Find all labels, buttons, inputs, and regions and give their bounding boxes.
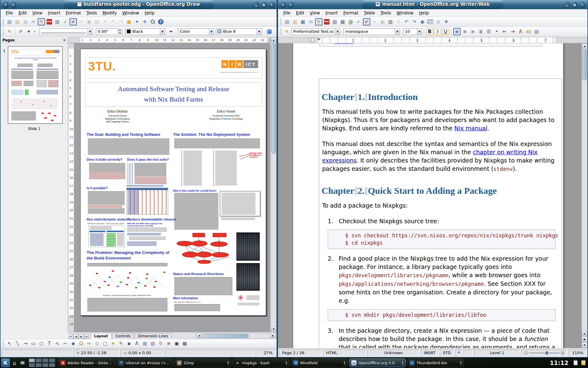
curve-icon[interactable]: ∿ bbox=[54, 340, 61, 347]
next-layer-icon[interactable]: ▶ bbox=[79, 334, 84, 339]
taskbar-button-gimp[interactable]: GGimp▴ 2 bbox=[175, 358, 231, 367]
styles-icon[interactable]: ✎ bbox=[283, 28, 291, 35]
align-right-icon[interactable]: ≡ bbox=[469, 28, 477, 35]
vertical-ruler[interactable]: 1234567891011121314151617181920212223242… bbox=[68, 43, 74, 332]
line-icon[interactable]: ╲ bbox=[14, 340, 21, 347]
chevron-down-icon[interactable]: ▼ bbox=[209, 29, 214, 35]
maximize-button[interactable]: ▲ bbox=[261, 1, 267, 8]
menu-edit[interactable]: Edit bbox=[16, 10, 29, 16]
close-button[interactable]: ✕ bbox=[268, 1, 275, 8]
taskbar-button-minefield[interactable]: ◔Minefield▴ 3 bbox=[291, 358, 348, 367]
chevron-down-icon[interactable]: ▼ bbox=[160, 29, 165, 35]
prev-page-icon[interactable]: ▲ bbox=[582, 331, 587, 336]
email-icon[interactable]: ✉ bbox=[307, 18, 315, 25]
nav-target-icon[interactable]: ● bbox=[582, 337, 587, 342]
draw-canvas[interactable]: 3TU. NIRICT Netherlands Institute for Re… bbox=[74, 43, 270, 332]
font-size-select[interactable]: 10 ▼ bbox=[403, 28, 422, 35]
menu-tools[interactable]: Tools bbox=[84, 10, 100, 16]
tray-icon[interactable] bbox=[580, 359, 587, 366]
chevron-down-icon[interactable]: ▼ bbox=[417, 29, 422, 35]
sticky-button[interactable]: + bbox=[10, 1, 17, 8]
chart-icon[interactable]: ■ bbox=[125, 18, 133, 25]
pager-desktop-1[interactable] bbox=[29, 358, 35, 362]
writer-vertical-scrollbar[interactable]: ▲ ▲ ● ▼ bbox=[582, 43, 587, 348]
help-icon[interactable]: ? bbox=[157, 18, 164, 25]
rectangle-icon[interactable]: ▭ bbox=[30, 340, 37, 347]
draw-vertical-scrollbar[interactable]: ▲ ▼ bbox=[271, 37, 277, 332]
edit-icon[interactable]: ✎ bbox=[315, 18, 322, 25]
pager-desktop-4[interactable] bbox=[49, 358, 55, 362]
paste-icon[interactable]: ▨ bbox=[93, 18, 101, 25]
line-width-field[interactable]: 0.00" ▲▼ bbox=[96, 28, 122, 35]
home-icon[interactable]: ⌂ bbox=[11, 359, 18, 366]
copy-icon[interactable]: ▣ bbox=[85, 18, 93, 25]
line-width-stepper[interactable]: ▲▼ bbox=[118, 28, 122, 35]
toolbar-grip[interactable] bbox=[280, 18, 281, 25]
prev-layer-icon[interactable]: ◀ bbox=[74, 334, 78, 339]
toolbar-grip[interactable] bbox=[2, 28, 4, 35]
edit-icon[interactable]: ✎ bbox=[38, 18, 45, 25]
menu-window[interactable]: Window bbox=[119, 10, 142, 16]
highlighting-icon[interactable]: ab bbox=[525, 28, 532, 35]
find-icon[interactable]: ✥ bbox=[443, 18, 450, 25]
menu-view[interactable]: View bbox=[30, 10, 45, 16]
scrollbar-thumb[interactable] bbox=[203, 334, 249, 338]
minimize-button[interactable]: ▁ bbox=[564, 1, 570, 8]
maximize-button[interactable]: ▲ bbox=[571, 1, 578, 8]
taskbar-button-terminal[interactable]: >nixpkgs : bash▴ 2 bbox=[233, 358, 289, 367]
mail-icon[interactable]: @ bbox=[347, 18, 354, 25]
shadow-icon[interactable] bbox=[266, 28, 273, 35]
taskbar-button-openoffice[interactable]: ≈OpenOffice.org 3.0▴ 2 bbox=[349, 358, 406, 367]
table-icon[interactable] bbox=[427, 18, 434, 25]
taskbar-button-irc[interactable]: ❝niksnut on #nixos (+nc): ht bbox=[116, 358, 173, 367]
bold-button[interactable]: B bbox=[426, 28, 433, 35]
zoom-percent[interactable]: 110% bbox=[568, 350, 586, 356]
open-icon[interactable]: ▥ bbox=[14, 18, 21, 25]
fill-type-value[interactable]: Color bbox=[178, 29, 209, 34]
selection-mode[interactable]: STD bbox=[440, 350, 454, 356]
email-icon[interactable]: ✉ bbox=[30, 18, 37, 25]
scrollbar-thumb[interactable] bbox=[271, 43, 276, 154]
writer-document-area[interactable]: svn co Chapter1.Introduction This manual… bbox=[278, 43, 587, 348]
close-button[interactable]: ✕ bbox=[579, 1, 586, 8]
arrow-icon[interactable]: → bbox=[22, 340, 29, 347]
writer-ruler[interactable]: L 1234567 bbox=[278, 37, 587, 43]
autospellcheck-icon[interactable]: ✔ bbox=[363, 18, 370, 25]
doc-link[interactable]: Nix manual bbox=[454, 125, 488, 132]
zoom-icon[interactable] bbox=[149, 18, 156, 25]
scrollbar-thumb[interactable] bbox=[582, 49, 587, 80]
indent-marker-icon[interactable] bbox=[317, 38, 321, 40]
format-paintbrush-icon[interactable]: ✐ bbox=[101, 18, 109, 25]
scroll-up-icon[interactable]: ▲ bbox=[271, 37, 276, 43]
last-layer-icon[interactable]: ⏭ bbox=[84, 334, 89, 339]
taskbar-button-adobe-reader[interactable]: AAdobe Reader - Sinter2009 bbox=[58, 358, 115, 367]
toolbar-grip[interactable] bbox=[2, 340, 4, 347]
ellipse-icon[interactable]: ○ bbox=[38, 340, 45, 347]
pager-desktop-8[interactable] bbox=[49, 363, 55, 367]
chevron-down-icon[interactable]: ▼ bbox=[257, 29, 262, 35]
undo-icon[interactable]: ↶ bbox=[403, 18, 410, 25]
save-icon[interactable]: ▦ bbox=[299, 18, 307, 25]
draw-titlebar[interactable]: ▾ + buildfarms-poster.odg - OpenOffice.o… bbox=[1, 0, 277, 9]
gallery-icon[interactable]: ▧ bbox=[149, 340, 156, 347]
writer-titlebar[interactable]: ▾ + manual.html - OpenOffice.org Writer/… bbox=[278, 0, 587, 9]
klipper-tray-icon[interactable] bbox=[572, 359, 579, 366]
scroll-down-icon[interactable]: ▼ bbox=[582, 343, 587, 348]
tab-stop-icon[interactable]: L bbox=[309, 38, 314, 43]
menu-edit[interactable]: Edit bbox=[293, 10, 307, 16]
fontwork-icon[interactable]: A bbox=[133, 340, 141, 347]
horizontal-ruler[interactable]: 123456789101112131415161718192021222324 bbox=[68, 37, 272, 43]
zoom-level[interactable]: 27% bbox=[256, 350, 275, 356]
menu-format[interactable]: Format bbox=[63, 10, 84, 16]
line-color-select[interactable]: Black ▼ bbox=[125, 28, 165, 35]
paragraph-style-select[interactable]: Preformatted Text.sc ▼ bbox=[291, 28, 340, 35]
arrow-style-icon[interactable]: ✐ bbox=[17, 28, 24, 35]
menu-view[interactable]: View bbox=[307, 10, 323, 16]
taskbar-button-thunderbird[interactable]: ✎Thunderbird-bin▴ 2 bbox=[407, 358, 464, 367]
redo-icon[interactable]: ↷ bbox=[411, 18, 418, 25]
alignment-icon[interactable]: ≡ bbox=[165, 340, 172, 347]
stars-icon[interactable]: ★ bbox=[109, 340, 117, 347]
zoom-slider-thumb[interactable] bbox=[546, 351, 548, 355]
menu-format[interactable]: Format bbox=[341, 10, 361, 16]
line-width-value[interactable]: 0.00" bbox=[96, 29, 118, 34]
